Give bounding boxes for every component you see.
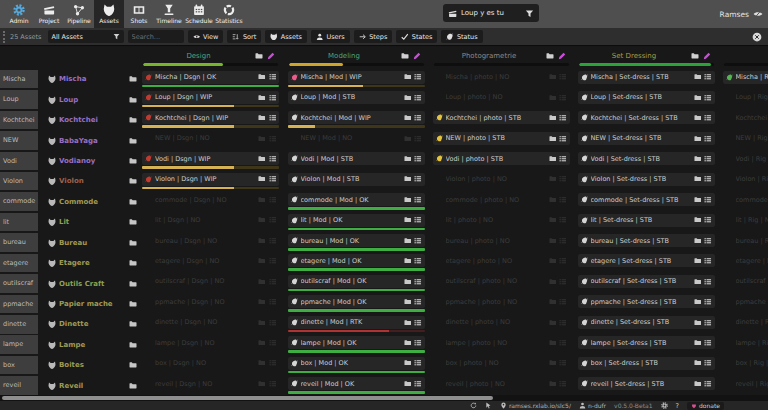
- pencil-icon[interactable]: [558, 52, 566, 60]
- list-icon[interactable]: [414, 257, 422, 265]
- folder-icon[interactable]: [694, 278, 702, 286]
- task-cell[interactable]: Mischa | Mod | WIP: [288, 71, 425, 88]
- pencil-icon[interactable]: [703, 52, 711, 60]
- folder-icon[interactable]: [549, 73, 557, 81]
- list-icon[interactable]: [269, 73, 277, 81]
- task-cell[interactable]: box | Rig | NO: [723, 357, 768, 374]
- folder-icon[interactable]: [404, 380, 412, 388]
- task-cell[interactable]: lit | photo | NO: [433, 214, 570, 231]
- folder-icon[interactable]: [549, 257, 557, 265]
- asset-name[interactable]: Mischa: [59, 75, 126, 83]
- folder-icon[interactable]: [549, 237, 557, 245]
- asset-name[interactable]: Bureau: [59, 239, 126, 247]
- list-icon[interactable]: [414, 298, 422, 306]
- list-icon[interactable]: [269, 155, 277, 163]
- close-icon[interactable]: [752, 32, 762, 42]
- task-cell[interactable]: bureau | Dsgn | NO: [142, 234, 279, 251]
- folder-icon[interactable]: [404, 237, 412, 245]
- states-filter-button[interactable]: States: [396, 30, 437, 43]
- folder-icon[interactable]: [258, 339, 266, 347]
- task-cell[interactable]: etagere | Set-dress | STB: [578, 254, 715, 271]
- asset-name[interactable]: Lit: [59, 218, 126, 226]
- list-icon[interactable]: [559, 339, 567, 347]
- list-icon[interactable]: [414, 73, 422, 81]
- task-cell[interactable]: reveil | Rig | NO: [723, 377, 768, 394]
- task-cell[interactable]: Violon | Rig | NO: [723, 173, 768, 190]
- folder-icon[interactable]: [694, 319, 702, 327]
- task-cell[interactable]: NEW | Rig | NO: [723, 132, 768, 149]
- folder-icon[interactable]: [546, 52, 554, 60]
- task-cell[interactable]: etagere | Rig | NO: [723, 254, 768, 271]
- list-icon[interactable]: [559, 94, 567, 102]
- task-cell[interactable]: etagere | photo | NO: [433, 254, 570, 271]
- task-cell[interactable]: commode | Set-dress | STB: [578, 193, 715, 210]
- list-icon[interactable]: [704, 94, 712, 102]
- nav-item-pipeline[interactable]: Pipeline: [64, 0, 94, 28]
- list-icon[interactable]: [559, 257, 567, 265]
- list-icon[interactable]: [414, 216, 422, 224]
- task-cell[interactable]: outilscraf | Set-dress | STB: [578, 275, 715, 292]
- task-cell[interactable]: Vodi | Mod | STB: [288, 152, 425, 169]
- task-cell[interactable]: outilscraf | Rig | NO: [723, 275, 768, 292]
- folder-icon[interactable]: [129, 177, 137, 185]
- list-icon[interactable]: [559, 319, 567, 327]
- user-menu[interactable]: Ramses: [720, 9, 763, 19]
- folder-icon[interactable]: [401, 52, 409, 60]
- asset-name[interactable]: Papier mache: [59, 300, 126, 308]
- task-cell[interactable]: Violon | Dsgn | WIP: [142, 173, 279, 190]
- folder-icon[interactable]: [404, 278, 412, 286]
- folder-icon[interactable]: [258, 298, 266, 306]
- donate-button[interactable]: donate: [687, 402, 724, 410]
- folder-icon[interactable]: [691, 52, 699, 60]
- task-cell[interactable]: NEW | Dsgn | NO: [142, 132, 279, 149]
- list-icon[interactable]: [414, 278, 422, 286]
- task-cell[interactable]: Loup | Set-dress | STB: [578, 91, 715, 108]
- folder-icon[interactable]: [549, 135, 557, 143]
- project-selector[interactable]: Loup y es tu: [443, 4, 539, 22]
- task-cell[interactable]: lampe | Rig | NO: [723, 336, 768, 353]
- asset-name[interactable]: Etagere: [59, 259, 126, 267]
- task-cell[interactable]: bureau | photo | NO: [433, 234, 570, 251]
- users-filter-button[interactable]: Users: [311, 30, 350, 43]
- folder-icon[interactable]: [129, 361, 137, 369]
- asset-name[interactable]: Outils Craft: [59, 280, 126, 288]
- folder-icon[interactable]: [258, 155, 266, 163]
- task-cell[interactable]: dinette | Set-dress | STB: [578, 316, 715, 333]
- asset-name[interactable]: Reveil: [59, 382, 126, 390]
- asset-name[interactable]: Lampe: [59, 341, 126, 349]
- task-cell[interactable]: outilscraf | Dsgn | NO: [142, 275, 279, 292]
- list-icon[interactable]: [559, 359, 567, 367]
- task-cell[interactable]: outilscraf | photo | NO: [433, 275, 570, 292]
- cursor-icon[interactable]: [485, 402, 492, 409]
- list-icon[interactable]: [704, 155, 712, 163]
- task-cell[interactable]: commode | Dsgn | NO: [142, 193, 279, 210]
- folder-icon[interactable]: [258, 114, 266, 122]
- folder-icon[interactable]: [258, 135, 266, 143]
- task-cell[interactable]: lit | Set-dress | STB: [578, 214, 715, 231]
- pencil-icon[interactable]: [413, 52, 421, 60]
- list-icon[interactable]: [269, 237, 277, 245]
- folder-icon[interactable]: [258, 319, 266, 327]
- folder-icon[interactable]: [129, 341, 137, 349]
- asset-name[interactable]: BabaYaga: [59, 137, 126, 145]
- list-icon[interactable]: [269, 135, 277, 143]
- folder-icon[interactable]: [694, 339, 702, 347]
- list-icon[interactable]: [704, 380, 712, 388]
- folder-icon[interactable]: [694, 175, 702, 183]
- folder-icon[interactable]: [694, 73, 702, 81]
- asset-name[interactable]: Kochtchei: [59, 116, 126, 124]
- task-cell[interactable]: lit | Rig | NO: [723, 214, 768, 231]
- folder-icon[interactable]: [129, 382, 137, 390]
- folder-icon[interactable]: [404, 73, 412, 81]
- task-cell[interactable]: NEW | Mod | NO: [288, 132, 425, 149]
- task-cell[interactable]: Mischa | Set-dress | STB: [578, 71, 715, 88]
- folder-icon[interactable]: [549, 196, 557, 204]
- folder-icon[interactable]: [129, 137, 137, 145]
- folder-icon[interactable]: [404, 319, 412, 327]
- folder-icon[interactable]: [549, 298, 557, 306]
- task-cell[interactable]: box | Dsgn | NO: [142, 357, 279, 374]
- list-icon[interactable]: [414, 319, 422, 327]
- task-cell[interactable]: Vodi | Dsgn | WIP: [142, 152, 279, 169]
- folder-icon[interactable]: [404, 359, 412, 367]
- folder-icon[interactable]: [404, 216, 412, 224]
